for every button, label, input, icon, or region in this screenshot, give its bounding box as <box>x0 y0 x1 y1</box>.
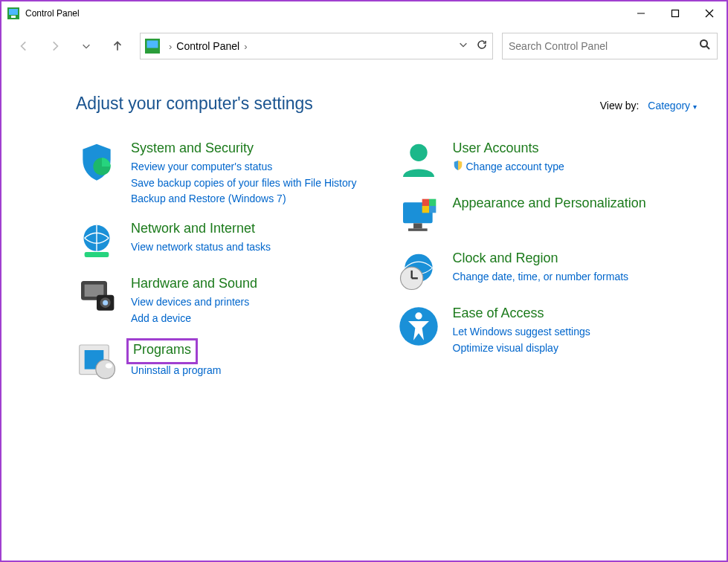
category-item: ProgramsUninstall a program <box>76 340 376 381</box>
category-title[interactable]: User Accounts <box>453 140 539 156</box>
svg-rect-27 <box>422 199 428 206</box>
category-item: System and SecurityReview your computer'… <box>76 140 376 207</box>
content-area: Adjust your computer's settings View by:… <box>1 67 727 396</box>
category-link[interactable]: Add a device <box>131 311 376 327</box>
category-title[interactable]: Programs <box>133 342 191 358</box>
category-link[interactable]: Uninstall a program <box>131 363 376 379</box>
breadcrumb-separator: › <box>169 41 172 52</box>
recent-dropdown[interactable] <box>73 34 100 58</box>
svg-rect-4 <box>672 10 679 17</box>
category-title[interactable]: Hardware and Sound <box>131 276 257 291</box>
category-item: Clock and RegionChange date, time, or nu… <box>398 251 698 292</box>
svg-line-10 <box>706 46 709 49</box>
hardware-icon[interactable] <box>76 276 117 317</box>
svg-rect-1 <box>9 9 18 15</box>
forward-button[interactable] <box>42 34 68 58</box>
control-panel-path-icon <box>145 39 160 54</box>
uac-shield-icon <box>453 159 463 175</box>
category-item: User AccountsChange account type <box>398 140 698 182</box>
search-input[interactable] <box>509 40 699 52</box>
clock-icon[interactable] <box>398 251 439 292</box>
svg-point-21 <box>96 360 115 379</box>
svg-rect-8 <box>147 41 158 48</box>
svg-point-18 <box>103 300 108 306</box>
ease-of-access-icon[interactable] <box>398 306 439 347</box>
toolbar: › Control Panel › <box>1 25 727 67</box>
address-bar[interactable]: › Control Panel › <box>140 33 493 59</box>
svg-rect-2 <box>11 16 16 18</box>
svg-point-22 <box>106 364 112 369</box>
view-by-control: View by: Category ▾ <box>600 100 697 112</box>
svg-rect-25 <box>413 223 422 228</box>
category-item: Hardware and SoundView devices and print… <box>76 276 376 326</box>
svg-rect-15 <box>85 285 104 297</box>
refresh-button[interactable] <box>476 39 488 54</box>
view-by-dropdown[interactable]: Category ▾ <box>648 100 697 112</box>
svg-point-36 <box>415 312 422 319</box>
programs-icon[interactable] <box>76 340 117 381</box>
category-title[interactable]: Clock and Region <box>453 251 558 266</box>
back-button[interactable] <box>10 34 37 58</box>
window-controls <box>624 1 727 25</box>
svg-rect-28 <box>429 199 436 206</box>
user-accounts-icon[interactable] <box>398 140 439 182</box>
up-button[interactable] <box>104 34 131 58</box>
minimize-button[interactable] <box>624 1 658 25</box>
svg-rect-26 <box>408 228 428 231</box>
svg-rect-30 <box>429 206 436 213</box>
svg-point-9 <box>700 40 707 47</box>
category-link[interactable]: Let Windows suggest settings <box>453 324 698 340</box>
category-title[interactable]: Ease of Access <box>453 306 544 321</box>
category-link[interactable]: Optimize visual display <box>453 340 698 357</box>
category-item: Appearance and Personalization <box>398 196 698 237</box>
search-icon[interactable] <box>699 39 711 54</box>
page-title: Adjust your computer's settings <box>76 94 313 114</box>
address-dropdown-icon[interactable] <box>458 39 468 53</box>
maximize-button[interactable] <box>658 1 692 25</box>
network-icon[interactable] <box>76 221 117 262</box>
window-title: Control Panel <box>25 8 80 19</box>
titlebar: Control Panel <box>1 1 727 25</box>
category-item: Network and InternetView network status … <box>76 221 376 262</box>
category-link[interactable]: View network status and tasks <box>131 239 376 256</box>
breadcrumb-item[interactable]: Control Panel <box>176 40 239 52</box>
svg-point-23 <box>410 144 427 161</box>
category-link[interactable]: Backup and Restore (Windows 7) <box>131 191 376 207</box>
category-link[interactable]: Save backup copies of your files with Fi… <box>131 175 376 192</box>
view-by-label: View by: <box>600 100 640 112</box>
category-title[interactable]: System and Security <box>131 140 254 156</box>
appearance-icon[interactable] <box>398 196 439 237</box>
category-link[interactable]: Change date, time, or number formats <box>453 269 698 285</box>
category-link[interactable]: View devices and printers <box>131 294 376 311</box>
close-button[interactable] <box>692 1 727 25</box>
category-item: Ease of AccessLet Windows suggest settin… <box>398 306 698 356</box>
control-panel-app-icon <box>7 7 19 19</box>
svg-rect-13 <box>85 252 109 257</box>
category-title[interactable]: Network and Internet <box>131 221 255 236</box>
svg-rect-29 <box>422 206 428 213</box>
category-title[interactable]: Appearance and Personalization <box>453 196 646 211</box>
category-link[interactable]: Change account type <box>453 159 698 175</box>
category-link[interactable]: Review your computer's status <box>131 159 376 175</box>
search-box[interactable] <box>502 33 718 59</box>
system-security-icon[interactable] <box>76 140 117 182</box>
breadcrumb-separator: › <box>244 41 247 52</box>
highlight-box: Programs <box>126 338 198 364</box>
